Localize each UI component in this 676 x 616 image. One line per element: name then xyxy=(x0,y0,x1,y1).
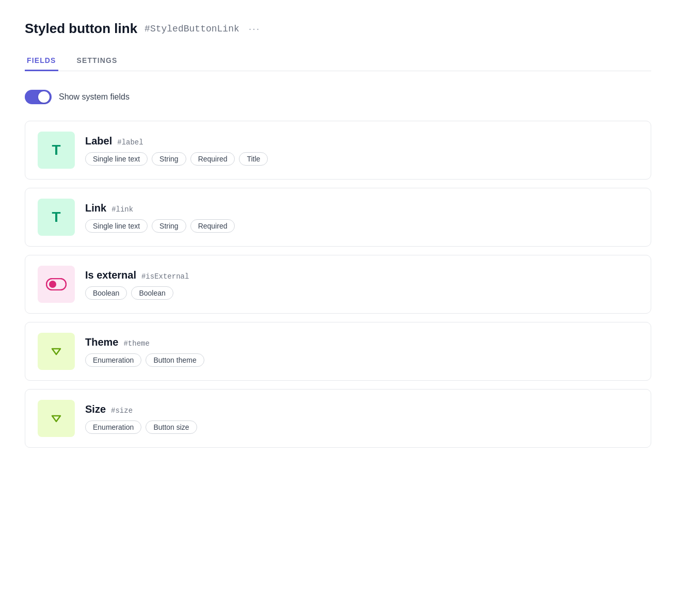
field-name-row: Label #label xyxy=(85,135,638,147)
field-name: Theme xyxy=(85,336,118,348)
field-id: #label xyxy=(117,138,143,147)
tag: Enumeration xyxy=(85,353,141,367)
svg-marker-2 xyxy=(52,349,60,354)
field-tags: Single line text String Required Title xyxy=(85,152,638,166)
tag: Enumeration xyxy=(85,420,141,434)
field-name-row: Is external #isExternal xyxy=(85,269,638,281)
field-name: Label xyxy=(85,135,112,147)
field-name-row: Theme #theme xyxy=(85,336,638,348)
tag: Required xyxy=(190,219,235,233)
page-title: Styled button link xyxy=(25,21,137,37)
system-fields-toggle[interactable] xyxy=(25,90,52,104)
field-card-label: T Label #label Single line text String R… xyxy=(25,121,651,180)
field-card-link: T Link #link Single line text String Req… xyxy=(25,188,651,247)
svg-point-1 xyxy=(49,281,56,288)
page-header: Styled button link #StyledButtonLink ··· xyxy=(25,21,651,37)
field-info-link: Link #link Single line text String Requi… xyxy=(85,202,638,233)
field-info-label: Label #label Single line text String Req… xyxy=(85,135,638,166)
field-name: Link xyxy=(85,202,106,214)
field-id: #size xyxy=(111,407,133,415)
tab-fields[interactable]: FIELDS xyxy=(25,51,58,71)
field-tags: Enumeration Button theme xyxy=(85,353,638,367)
tag: Boolean xyxy=(85,286,127,300)
field-id: #isExternal xyxy=(141,272,189,281)
field-id: #theme xyxy=(123,339,149,348)
tag: Button size xyxy=(146,420,197,434)
field-id: #link xyxy=(111,205,133,214)
field-icon-size xyxy=(38,400,75,437)
svg-marker-3 xyxy=(52,416,60,422)
field-info-is-external: Is external #isExternal Boolean Boolean xyxy=(85,269,638,300)
tag: Single line text xyxy=(85,219,148,233)
field-name-row: Size #size xyxy=(85,403,638,415)
tab-settings[interactable]: SETTINGS xyxy=(75,51,120,71)
field-icon-theme xyxy=(38,333,75,370)
fields-list: T Label #label Single line text String R… xyxy=(25,121,651,448)
page-id: #StyledButtonLink xyxy=(144,24,239,34)
more-options-icon[interactable]: ··· xyxy=(249,23,261,35)
field-icon-link: T xyxy=(38,199,75,236)
system-fields-toggle-row: Show system fields xyxy=(25,90,651,104)
field-tags: Boolean Boolean xyxy=(85,286,638,300)
field-card-is-external: Is external #isExternal Boolean Boolean xyxy=(25,255,651,314)
chevron-down-icon xyxy=(49,411,63,426)
tab-bar: FIELDS SETTINGS xyxy=(25,51,651,71)
tag: String xyxy=(152,152,186,166)
field-tags: Single line text String Required xyxy=(85,219,638,233)
field-icon-label: T xyxy=(38,132,75,169)
field-tags: Enumeration Button size xyxy=(85,420,638,434)
tag: Boolean xyxy=(131,286,173,300)
tag: Button theme xyxy=(146,353,204,367)
field-info-theme: Theme #theme Enumeration Button theme xyxy=(85,336,638,367)
field-icon-is-external xyxy=(38,266,75,303)
field-info-size: Size #size Enumeration Button size xyxy=(85,403,638,434)
field-name: Size xyxy=(85,403,106,415)
chevron-down-icon xyxy=(49,344,63,359)
field-name-row: Link #link xyxy=(85,202,638,214)
toggle-label: Show system fields xyxy=(59,92,130,102)
tag: Title xyxy=(239,152,268,166)
field-card-size: Size #size Enumeration Button size xyxy=(25,389,651,448)
tag: String xyxy=(152,219,186,233)
field-name: Is external xyxy=(85,269,136,281)
text-icon: T xyxy=(52,209,60,225)
text-icon: T xyxy=(52,142,60,158)
boolean-icon xyxy=(46,278,67,290)
tag: Required xyxy=(190,152,235,166)
field-card-theme: Theme #theme Enumeration Button theme xyxy=(25,322,651,381)
tag: Single line text xyxy=(85,152,148,166)
